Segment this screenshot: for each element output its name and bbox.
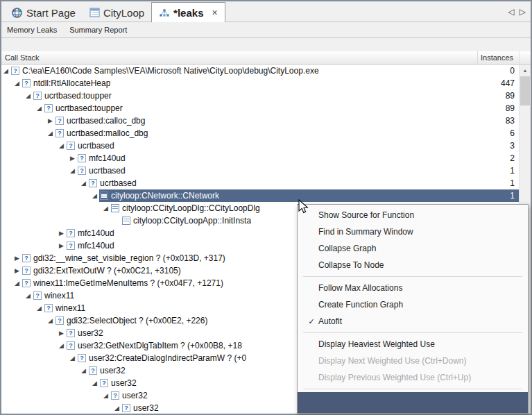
menu-item[interactable]: Find in Summary Window xyxy=(298,223,528,240)
tree-indent xyxy=(1,177,79,189)
expander-icon[interactable]: ◢ xyxy=(1,65,10,77)
subtab-memory-leaks[interactable]: Memory Leaks xyxy=(7,26,57,34)
node-label: gdi32:ExtTextOutW ? (+0x0C21, +3105) xyxy=(33,266,181,276)
tree-indent xyxy=(1,252,12,264)
expander-icon[interactable]: ◢ xyxy=(68,352,77,364)
unknown-module-icon: ? xyxy=(78,154,86,162)
expander-icon[interactable]: ◢ xyxy=(90,189,99,202)
tree-row-body: ? ucrtbased:toupper 89 xyxy=(44,102,519,115)
tree-row[interactable]: ◢ ? ucrtbased:toupper 89 xyxy=(1,90,519,102)
tree-indent xyxy=(1,339,57,352)
tree-indent xyxy=(1,327,57,339)
node-label: user32 xyxy=(100,366,126,375)
tree-indent xyxy=(1,264,12,277)
menu-item-label: Find in Summary Window xyxy=(318,227,413,237)
unknown-module-icon: ? xyxy=(78,167,86,175)
menu-item[interactable]: Show Source for Function xyxy=(298,207,528,223)
menu-item[interactable]: ✓ Autofit xyxy=(298,313,528,330)
tree-row[interactable]: ◢ ? ucrtbased:toupper 89 xyxy=(1,102,519,115)
tree-indent xyxy=(1,127,46,139)
menu-item-label: Autofit xyxy=(318,316,342,326)
node-label: winex11 xyxy=(55,303,85,313)
expander-icon[interactable]: ◢ xyxy=(101,389,110,402)
tree-row-body: ? ucrtbased:malloc_dbg 6 xyxy=(55,127,519,139)
nav-back-icon[interactable]: ◁ xyxy=(508,7,515,17)
expander-icon[interactable]: ▶ xyxy=(57,239,66,252)
tree-indent xyxy=(1,389,101,402)
expander-icon[interactable]: ◢ xyxy=(57,139,66,152)
expander-icon[interactable]: ◢ xyxy=(24,289,33,302)
expander-icon[interactable]: ▶ xyxy=(12,252,22,264)
menu-item[interactable]: Follow Max Allocations xyxy=(298,280,528,296)
node-instances: 447 xyxy=(477,78,519,88)
tree-indent xyxy=(1,314,46,327)
menu-item-label: Display Heaviest Weighted Use xyxy=(318,339,435,349)
column-header-instances[interactable]: Instances xyxy=(477,51,519,64)
menu-item-label: Create Function Graph xyxy=(318,300,403,310)
tab-start-page[interactable]: Start Page xyxy=(4,3,83,22)
scrollbar-thumb[interactable] xyxy=(520,76,530,105)
expander-icon[interactable]: ▶ xyxy=(12,264,22,277)
expander-icon[interactable]: ◢ xyxy=(112,402,121,414)
start-page-globe-icon xyxy=(11,7,23,19)
expander-icon[interactable]: ▶ xyxy=(57,327,66,339)
expander-icon[interactable]: ◢ xyxy=(12,277,22,289)
menu-item[interactable]: Collapse To Node xyxy=(298,257,528,273)
node-label: user32:GetNextDlgTabItem ? (+0x00B8, +18 xyxy=(78,341,242,350)
tree-indent xyxy=(1,102,35,115)
expander-icon[interactable]: ▶ xyxy=(68,152,77,164)
menu-item-label: Follow Max Allocations xyxy=(318,283,402,293)
expander-icon[interactable]: ◢ xyxy=(90,377,99,389)
tab-label: Start Page xyxy=(26,7,76,19)
source-document-icon xyxy=(111,204,119,212)
tree-indent xyxy=(1,164,68,177)
menu-item[interactable]: Create Function Graph xyxy=(298,296,528,313)
expander-icon[interactable]: ◢ xyxy=(46,127,55,139)
mouse-cursor xyxy=(298,199,309,214)
tab-label: CityLoop xyxy=(103,7,144,19)
close-icon[interactable]: × xyxy=(212,8,217,17)
tree-row[interactable]: ◢ ? ucrtbased:malloc_dbg 6 xyxy=(1,127,519,139)
node-label: user32 xyxy=(122,391,148,400)
expander-icon[interactable]: ◢ xyxy=(101,202,110,214)
node-instances: 83 xyxy=(477,116,519,126)
menu-item[interactable]: Collapse Graph xyxy=(298,240,528,257)
scroll-up-button[interactable]: ▲ xyxy=(520,65,531,76)
menu-item[interactable]: Display Heaviest Weighted Use xyxy=(298,336,528,353)
tree-row[interactable]: ◢ ? ntdll:RtlAllocateHeap 447 xyxy=(1,77,519,90)
tree-row[interactable]: ◢ cityloop:CNetwork::CNetwork 1 xyxy=(1,189,519,202)
node-instances: 89 xyxy=(477,103,519,113)
subtab-bar: Memory Leaks Summary Report xyxy=(1,22,531,38)
unknown-module-icon: ? xyxy=(67,329,75,337)
tree-row[interactable]: ◢ ? ucrtbased 3 xyxy=(1,139,519,152)
expander-icon[interactable]: ◢ xyxy=(79,364,88,377)
expander-icon[interactable]: ◢ xyxy=(79,177,88,189)
tree-row[interactable]: ◢ ? ucrtbased 1 xyxy=(1,164,519,177)
expander-icon[interactable]: ◢ xyxy=(24,90,33,102)
tree-row[interactable]: ▶ ? mfc140ud 2 xyxy=(1,152,519,164)
expander-icon[interactable]: ▶ xyxy=(57,227,66,239)
header-corner xyxy=(519,51,531,64)
subtab-summary-report[interactable]: Summary Report xyxy=(69,26,127,34)
tree-row[interactable]: ▶ ? ucrtbased:calloc_dbg 83 xyxy=(1,115,519,127)
nav-forward-icon[interactable]: ▷ xyxy=(520,7,526,17)
tree-indent xyxy=(1,202,101,214)
unknown-module-icon: ? xyxy=(89,179,97,187)
tree-row[interactable]: ◢ ? C:\ea\EA160\Code Samples\VEA\Microso… xyxy=(1,65,519,77)
expander-icon[interactable]: ◢ xyxy=(46,314,55,327)
expander-icon[interactable]: ◢ xyxy=(57,339,66,352)
expander-icon[interactable]: ◢ xyxy=(12,77,22,90)
menu-item[interactable] xyxy=(298,392,528,414)
tree-row[interactable]: ◢ ? ucrtbased 1 xyxy=(1,177,519,189)
menu-item-label: Collapse Graph xyxy=(318,244,376,253)
tree-indent xyxy=(1,289,24,302)
expander-icon[interactable]: ▶ xyxy=(46,115,55,127)
tab-cityloop[interactable]: CityLoop xyxy=(83,3,151,22)
expander-icon[interactable]: ◢ xyxy=(35,302,44,314)
tree-indent xyxy=(1,90,24,102)
expander-icon[interactable]: ◢ xyxy=(68,164,77,177)
tab-leaks[interactable]: *leaks × xyxy=(151,2,225,22)
unknown-module-icon: ? xyxy=(100,379,108,387)
expander-icon[interactable]: ◢ xyxy=(35,102,44,115)
column-header-call-stack[interactable]: Call Stack xyxy=(1,53,477,62)
